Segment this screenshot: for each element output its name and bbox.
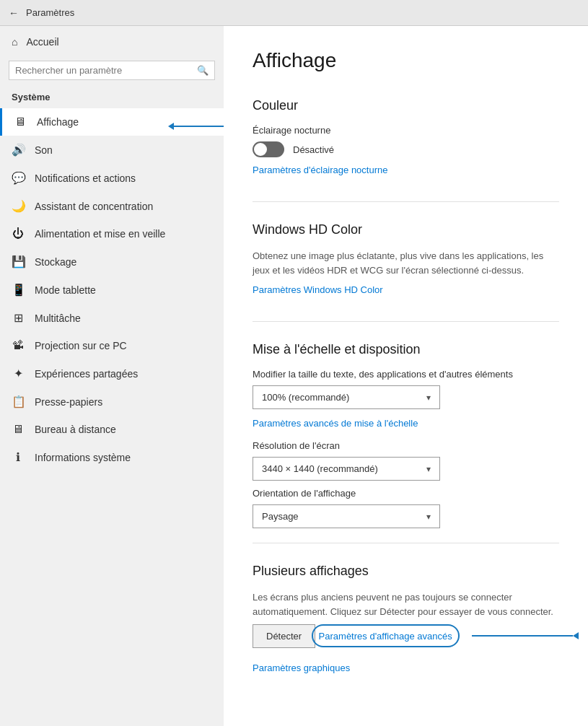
sidebar: ⌂ Accueil 🔍 Système 🖥 Affichage 🔊 bbox=[0, 26, 224, 726]
sidebar-item-label: Informations système bbox=[35, 452, 131, 463]
sidebar-item-label: Mode tablette bbox=[35, 284, 96, 296]
sidebar-item-affichage[interactable]: 🖥 Affichage bbox=[0, 108, 224, 136]
sidebar-item-tablette[interactable]: 📱 Mode tablette bbox=[0, 276, 224, 304]
sidebar-item-multitache[interactable]: ⊞ Multitâche bbox=[0, 304, 224, 332]
orientation-dropdown[interactable]: Paysage ▾ bbox=[253, 504, 440, 528]
sidebar-item-projection[interactable]: 📽 Projection sur ce PC bbox=[0, 332, 224, 359]
eclairage-link[interactable]: Paramètres d'éclairage nocturne bbox=[253, 165, 387, 175]
notification-icon: 💬 bbox=[12, 171, 25, 185]
sidebar-item-label: Affichage bbox=[37, 116, 79, 128]
sidebar-item-infos[interactable]: ℹ Informations système bbox=[0, 443, 224, 471]
orientation-dropdown-chevron: ▾ bbox=[426, 512, 431, 522]
resolution-dropdown-value: 3440 × 1440 (recommandé) bbox=[262, 463, 378, 474]
section-echelle-title: Mise à l'échelle et disposition bbox=[253, 336, 559, 357]
sidebar-item-son[interactable]: 🔊 Son bbox=[0, 136, 224, 164]
affichage-avance-wrapper: Paramètres d'affichage avancés bbox=[319, 629, 452, 642]
sidebar-item-home[interactable]: ⌂ Accueil bbox=[0, 26, 224, 58]
sidebar-item-alimentation[interactable]: ⏻ Alimentation et mise en veille bbox=[0, 220, 224, 248]
main-layout: ⌂ Accueil 🔍 Système 🖥 Affichage 🔊 bbox=[0, 26, 588, 726]
affichage-avance-link[interactable]: Paramètres d'affichage avancés bbox=[319, 631, 452, 642]
taille-dropdown-chevron: ▾ bbox=[426, 393, 431, 403]
sidebar-item-experiences[interactable]: ✦ Expériences partagées bbox=[0, 359, 224, 388]
multitask-icon: ⊞ bbox=[12, 311, 25, 325]
eclairage-label: Éclairage nocturne bbox=[253, 125, 559, 136]
divider-3 bbox=[253, 543, 559, 543]
sidebar-item-label: Son bbox=[35, 144, 53, 156]
sidebar-item-label: Bureau à distance bbox=[35, 424, 116, 435]
content-area: Affichage Couleur Éclairage nocturne Dés… bbox=[224, 26, 588, 726]
graphique-link[interactable]: Paramètres graphiques bbox=[253, 662, 350, 673]
sidebar-item-presse[interactable]: 📋 Presse-papiers bbox=[0, 388, 224, 416]
toggle-row: Désactivé bbox=[253, 141, 559, 157]
eclairage-toggle[interactable] bbox=[253, 141, 284, 157]
remote-icon: 🖥 bbox=[12, 423, 25, 436]
divider-2 bbox=[253, 321, 559, 322]
divider-1 bbox=[253, 201, 559, 202]
resolution-dropdown-chevron: ▾ bbox=[426, 464, 431, 474]
section-plusieurs-title: Plusieurs affichages bbox=[253, 558, 559, 579]
sidebar-item-label: Expériences partagées bbox=[35, 368, 138, 380]
search-input[interactable] bbox=[15, 65, 193, 76]
power-icon: ⏻ bbox=[12, 227, 25, 240]
sidebar-item-label: Assistant de concentration bbox=[35, 201, 153, 212]
resolution-dropdown[interactable]: 3440 × 1440 (recommandé) ▾ bbox=[253, 457, 440, 481]
projector-icon: 📽 bbox=[12, 339, 25, 352]
home-icon: ⌂ bbox=[12, 36, 17, 48]
clipboard-icon: 📋 bbox=[12, 395, 25, 408]
echelle-avance-link[interactable]: Paramètres avancés de mise à l'échelle bbox=[253, 418, 418, 429]
plusieurs-description: Les écrans plus anciens peuvent ne pas t… bbox=[253, 590, 559, 618]
detect-button[interactable]: Détecter bbox=[253, 624, 315, 648]
toggle-knob bbox=[254, 143, 267, 156]
sound-icon: 🔊 bbox=[12, 143, 25, 157]
sidebar-item-label: Projection sur ce PC bbox=[35, 340, 127, 351]
orientation-dropdown-value: Paysage bbox=[262, 511, 299, 522]
moon-icon: 🌙 bbox=[12, 199, 25, 213]
sidebar-item-bureau[interactable]: 🖥 Bureau à distance bbox=[0, 416, 224, 443]
sidebar-search-box[interactable]: 🔍 bbox=[9, 61, 215, 80]
sidebar-item-label: Stockage bbox=[35, 256, 76, 268]
section-couleur-title: Couleur bbox=[253, 92, 559, 113]
taille-label: Modifier la taille du texte, des applica… bbox=[253, 369, 559, 380]
toggle-state-label: Désactivé bbox=[293, 144, 334, 155]
search-icon: 🔍 bbox=[197, 65, 209, 76]
sidebar-item-label: Notifications et actions bbox=[35, 172, 136, 184]
sidebar-item-stockage[interactable]: 💾 Stockage bbox=[0, 248, 224, 276]
storage-icon: 💾 bbox=[12, 255, 25, 268]
info-icon: ℹ bbox=[12, 450, 25, 464]
sidebar-item-label: Alimentation et mise en veille bbox=[35, 228, 165, 240]
sidebar-section-title: Système bbox=[0, 89, 224, 108]
taille-dropdown[interactable]: 100% (recommandé) ▾ bbox=[253, 385, 440, 409]
orientation-label: Orientation de l'affichage bbox=[253, 488, 559, 499]
back-button[interactable]: ← bbox=[9, 7, 19, 19]
hd-color-link[interactable]: Paramètres Windows HD Color bbox=[253, 284, 383, 295]
resolution-label: Résolution de l'écran bbox=[253, 440, 559, 451]
page-title: Affichage bbox=[253, 49, 559, 72]
titlebar-title: Paramètres bbox=[26, 7, 74, 18]
sidebar-item-notifications[interactable]: 💬 Notifications et actions bbox=[0, 164, 224, 192]
share-icon: ✦ bbox=[12, 367, 25, 380]
taille-dropdown-value: 100% (recommandé) bbox=[262, 392, 349, 403]
display-icon: 🖥 bbox=[14, 115, 27, 128]
tablet-icon: 📱 bbox=[12, 283, 25, 297]
sidebar-item-label: Presse-papiers bbox=[35, 396, 102, 408]
arrow-annotation bbox=[472, 632, 579, 639]
titlebar: ← Paramètres bbox=[0, 0, 588, 26]
sidebar-home-label: Accueil bbox=[26, 36, 58, 48]
sidebar-item-label: Multitâche bbox=[35, 312, 81, 324]
section-hd-color-title: Windows HD Color bbox=[253, 217, 559, 237]
hd-color-description: Obtenez une image plus éclatante, plus v… bbox=[253, 249, 559, 277]
sidebar-item-assistant[interactable]: 🌙 Assistant de concentration bbox=[0, 192, 224, 220]
